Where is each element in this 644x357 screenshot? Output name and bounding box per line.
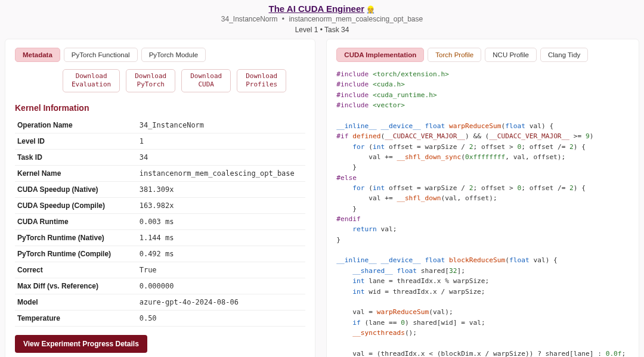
kv-row: PyTorch Runtime (Compile)0.492 ms [15,246,305,262]
tab-clang_tidy[interactable]: Clang Tidy [540,48,588,62]
kernel-info-heading: Kernel Information [15,103,305,113]
kv-key: CUDA Runtime [15,213,137,229]
kv-value: instancenorm_mem_coalescing_opt_base [137,165,306,181]
kv-key: Model [15,294,137,310]
download-profiles-button[interactable]: DownloadProfiles [237,69,286,92]
kv-key: CUDA Speedup (Native) [15,181,137,197]
kv-row: Task ID34 [15,149,305,165]
download-pytorch-button[interactable]: DownloadPyTorch [126,69,175,92]
tab-torch_profile[interactable]: Torch Profile [428,48,481,62]
right-tabs: CUDA ImplementationTorch ProfileNCU Prof… [336,48,629,62]
kv-row: CUDA Speedup (Native)381.309x [15,181,305,197]
kv-value: 0.000000 [137,278,306,294]
kv-key: Operation Name [15,117,137,134]
left-tabs: MetadataPyTorch FunctionalPyTorch Module [15,48,305,62]
kv-value: 34 [137,149,306,165]
kv-value: 1.144 ms [137,229,306,246]
cuda-source-code: #include <torch/extension.h> #include <c… [336,69,629,357]
kv-key: Task ID [15,149,137,165]
breadcrumb-kernel: instancenorm_mem_coalescing_opt_base [289,15,423,23]
kv-value: 0.003 ms [137,213,306,229]
kv-row: Max Diff (vs. Reference)0.000000 [15,278,305,294]
kv-row: Temperature0.50 [15,310,305,326]
tab-pytorch_functional[interactable]: PyTorch Functional [64,48,138,62]
kv-value: 34_InstanceNorm [137,117,306,134]
right-panel: CUDA ImplementationTorch ProfileNCU Prof… [326,39,639,357]
view-progress-button[interactable]: View Experiment Progress Details [15,335,147,353]
breadcrumb: 34_InstanceNorm • instancenorm_mem_coale… [0,15,644,23]
kv-value: azure-gpt-4o-2024-08-06 [137,294,306,310]
kv-value: True [137,262,306,278]
kv-value: 1 [137,133,306,149]
download-cuda-button[interactable]: DownloadCUDA [181,69,231,92]
engineer-icon: 👷 [366,5,375,14]
kv-value: 381.309x [137,181,306,197]
kv-key: PyTorch Runtime (Compile) [15,246,137,262]
tab-cuda_impl[interactable]: CUDA Implementation [336,48,424,62]
kv-row: CUDA Speedup (Compile)163.982x [15,197,305,213]
kv-row: CorrectTrue [15,262,305,278]
kv-key: Level ID [15,133,137,149]
kv-row: Operation Name34_InstanceNorm [15,117,305,134]
kv-key: Temperature [15,310,137,326]
kv-row: PyTorch Runtime (Native)1.144 ms [15,229,305,246]
breadcrumb-op: 34_InstanceNorm [221,15,278,23]
tab-ncu_profile[interactable]: NCU Profile [485,48,537,62]
kv-key: CUDA Speedup (Compile) [15,197,137,213]
level-task-line: Level 1 • Task 34 [0,26,644,34]
app-title[interactable]: The AI CUDA Engineer [269,4,365,14]
kv-value: 0.50 [137,310,306,326]
page-header: The AI CUDA Engineer 👷 34_InstanceNorm •… [0,0,644,39]
kv-key: Correct [15,262,137,278]
kv-value: 0.492 ms [137,246,306,262]
left-panel: MetadataPyTorch FunctionalPyTorch Module… [5,39,315,357]
kv-value: 163.982x [137,197,306,213]
tab-pytorch_module[interactable]: PyTorch Module [141,48,206,62]
kv-row: Kernel Nameinstancenorm_mem_coalescing_o… [15,165,305,181]
kv-key: Kernel Name [15,165,137,181]
kv-key: PyTorch Runtime (Native) [15,229,137,246]
tab-metadata[interactable]: Metadata [15,48,60,62]
kv-row: Modelazure-gpt-4o-2024-08-06 [15,294,305,310]
kernel-info-table: Operation Name34_InstanceNormLevel ID1Ta… [15,117,305,327]
kv-key: Max Diff (vs. Reference) [15,278,137,294]
download-evaluation-button[interactable]: DownloadEvaluation [63,69,120,92]
download-buttons: DownloadEvaluationDownloadPyTorchDownloa… [63,69,305,92]
kv-row: Level ID1 [15,133,305,149]
kv-row: CUDA Runtime0.003 ms [15,213,305,229]
